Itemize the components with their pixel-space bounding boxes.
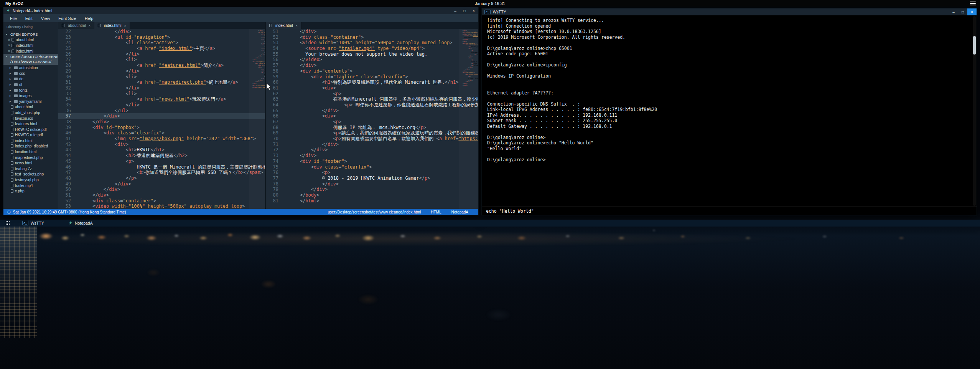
code-line[interactable]: 67 <p>	[266, 119, 478, 125]
code-line[interactable]: 50 </div>	[58, 187, 265, 192]
open-editor-index.html[interactable]: ×index.html	[3, 48, 58, 54]
code-line[interactable]: 51 </div>	[58, 192, 265, 198]
code-line[interactable]: 48 </p>	[58, 175, 265, 181]
minimap[interactable]: </div> <div class="container"> <video wi…	[459, 29, 478, 209]
code-line[interactable]: 26 </li>	[58, 51, 265, 57]
taskbar-item-notepada[interactable]: NotepadA	[64, 220, 107, 227]
code-line[interactable]: 40 <div class="clearfix">	[58, 130, 265, 136]
file-teabag.7z[interactable]: teabag.7z	[3, 166, 58, 172]
workspace-root[interactable]: ▾USER:/DESKTOP/SCREENSHOT/TEST/WWW CLEAN…	[3, 54, 58, 65]
menu-file[interactable]: File	[6, 16, 21, 21]
file-about.html[interactable]: about.html	[3, 104, 58, 110]
open-editor-about.html[interactable]: ×about.html	[3, 37, 58, 43]
code-line[interactable]: 52 <div class="container">	[266, 35, 478, 40]
close-button[interactable]: ×	[469, 7, 478, 14]
minimize-button[interactable]: –	[949, 8, 958, 15]
editor-tab-about.html[interactable]: about.html×	[58, 22, 94, 29]
editor-tab-index.html[interactable]: index.html×	[94, 22, 130, 29]
folder-autostation[interactable]: ▸autostation	[3, 65, 58, 71]
code-line[interactable]: 56 </video>	[266, 57, 478, 63]
code-line[interactable]: 29 </li>	[58, 68, 265, 74]
code-line[interactable]: 76 <p>	[266, 170, 478, 175]
taskbar-item-wstty[interactable]: >_ WsTTY	[18, 220, 61, 227]
file-index.html[interactable]: index.html	[3, 138, 58, 144]
code-line[interactable]: 59 <div id="tagline" class="clearfix">	[266, 74, 478, 80]
wstty-titlebar[interactable]: >_ WsTTY – □ ×	[482, 8, 977, 15]
terminal-output[interactable]: [info] Conencting to arozos WsTTY servic…	[482, 15, 977, 207]
folder-fonts[interactable]: ▸fonts	[3, 88, 58, 93]
code-line[interactable]: 44 <h2>香港的建築伺服器</h2>	[58, 153, 265, 159]
code-line[interactable]: 46 HKWTC 是一個 Minecraft 的建築伺服器，主要建築計劃包括鐵	[58, 164, 265, 170]
open-editors-header[interactable]: ▾OPEN EDITORS	[3, 31, 58, 37]
code-line[interactable]: 53 <video width="100%" height="500px" au…	[266, 40, 478, 46]
file-features.html[interactable]: features.html	[3, 121, 58, 127]
code-line[interactable]: 52 <div class="container">	[58, 198, 265, 204]
open-editor-index.html[interactable]: ×index.html	[3, 43, 58, 48]
code-line[interactable]: 75 <div class="clearfix">	[266, 164, 478, 170]
code-line[interactable]: 36 </ul>	[58, 108, 265, 114]
code-line[interactable]: 63 在香港的Minecraft 伺服器中，多為小遊戲和純生存的伺服器，較少擁有	[266, 96, 478, 102]
code-editor[interactable]: 51 </div>52 <div class="container">53 <v…	[266, 29, 478, 209]
code-line[interactable]: 43 <h1>HKWTC</h1>	[58, 147, 265, 153]
menu-view[interactable]: View	[37, 16, 54, 21]
file-testmysql.php[interactable]: testmysql.php	[3, 177, 58, 183]
code-line[interactable]: 30 <li>	[58, 74, 265, 80]
file-location.html[interactable]: location.html	[3, 149, 58, 155]
code-line[interactable]: 28 <a href="features.html">簡介</a>	[58, 63, 265, 68]
code-line[interactable]: 24 <li class="active">	[58, 40, 265, 46]
code-line[interactable]: 60 <h1>特別為建築及鐵路而設，現代化的 Minecraft 世界.</h1…	[266, 79, 478, 85]
code-line[interactable]: 22 </div>	[58, 29, 265, 35]
code-line[interactable]: 73 </div>	[266, 153, 478, 159]
folder-dc[interactable]: ▸dc	[3, 76, 58, 82]
code-line[interactable]: 27 <li>	[58, 57, 265, 63]
code-line[interactable]: 55 Your browser does not support the vid…	[266, 51, 478, 57]
code-line[interactable]: 35 </li>	[58, 102, 265, 108]
code-line[interactable]: 54 <source src="trailer.mp4" type="video…	[266, 46, 478, 51]
minimap[interactable]: </div> <ul id="navigation"> <li class="a…	[249, 29, 265, 209]
code-line[interactable]: 25 <a href="index.html">主頁</a>	[58, 46, 265, 51]
maximize-button[interactable]: □	[460, 7, 469, 14]
code-line[interactable]: 62 <p>	[266, 91, 478, 97]
terminal-scrollbar-thumb[interactable]	[973, 36, 976, 55]
code-editor[interactable]: 22 </div>23 <ul id="navigation">24 <li c…	[58, 29, 265, 209]
code-line[interactable]: 51 </div>	[266, 29, 478, 35]
folder-yamlyamlaml[interactable]: ▸yamlyamlaml	[3, 99, 58, 104]
code-line[interactable]: 23 <ul id="navigation">	[58, 35, 265, 40]
terminal-input[interactable]: echo "Hello World"	[482, 207, 977, 215]
menu-edit[interactable]: Edit	[21, 16, 37, 21]
code-line[interactable]: 74 <div id="footer">	[266, 159, 478, 164]
code-line[interactable]: 68 伺服器 IP 地址為： mcs.hkwtc.org</p>	[266, 125, 478, 131]
code-line[interactable]: 57 </div>	[266, 63, 478, 68]
code-line[interactable]: 37 </div>	[58, 113, 265, 119]
code-line[interactable]: 61 <div>	[266, 85, 478, 91]
code-line[interactable]: 42 <div>	[58, 142, 265, 147]
code-line[interactable]: 77 © 2018 - 2019 HKWTC Animation Gamer</…	[266, 175, 478, 181]
file-test_sockets.php[interactable]: test_sockets.php	[3, 172, 58, 177]
menu-help[interactable]: Help	[81, 16, 98, 21]
file-add_vhost.php[interactable]: add_vhost.php	[3, 110, 58, 116]
code-line[interactable]: 47 <b>你知道我們全線伺服器已轉用 SSD 了嗎？</b></span>	[58, 170, 265, 175]
close-button[interactable]: ×	[967, 8, 977, 15]
code-line[interactable]: 32 </li>	[58, 85, 265, 91]
code-line[interactable]: 53 <video width="100%" height="500px" au…	[58, 204, 265, 209]
file-news.html[interactable]: news.html	[3, 160, 58, 166]
code-line[interactable]: 80 </body>	[266, 192, 478, 198]
folder-css[interactable]: ▸css	[3, 71, 58, 76]
file-x.php[interactable]: x.php	[3, 188, 58, 194]
file-HKWTC rule.pdf[interactable]: HKWTC rule.pdf	[3, 132, 58, 138]
file-HKWTC notice.pdf[interactable]: HKWTC notice.pdf	[3, 127, 58, 132]
folder-dl[interactable]: ▸dl	[3, 82, 58, 88]
code-line[interactable]: 66 <div>	[266, 113, 478, 119]
code-line[interactable]: 45 <p>	[58, 159, 265, 164]
file-trailer.mp4[interactable]: trailer.mp4	[3, 183, 58, 189]
folder-images[interactable]: ▸images	[3, 93, 58, 99]
menu-font-size[interactable]: Font Size	[54, 16, 80, 21]
hamburger-menu-icon[interactable]	[970, 2, 976, 5]
code-line[interactable]: 70 <p>如有問題或需要申請白名單，歡迎加入我們的 <a href="http…	[266, 136, 478, 142]
code-line[interactable]: 71 </div>	[266, 142, 478, 147]
code-line[interactable]: 79 </div>	[266, 187, 478, 192]
code-line[interactable]: 69 <p>請注意，我們的伺服器為確保玩家及遊玩時的質素，我們對的服務器開	[266, 130, 478, 136]
code-line[interactable]: 31 <a href="mapredirect.php">網上地圖</a>	[58, 79, 265, 85]
code-line[interactable]: 58 <div id="contents">	[266, 68, 478, 74]
code-line[interactable]: 65 </div>	[266, 108, 478, 114]
